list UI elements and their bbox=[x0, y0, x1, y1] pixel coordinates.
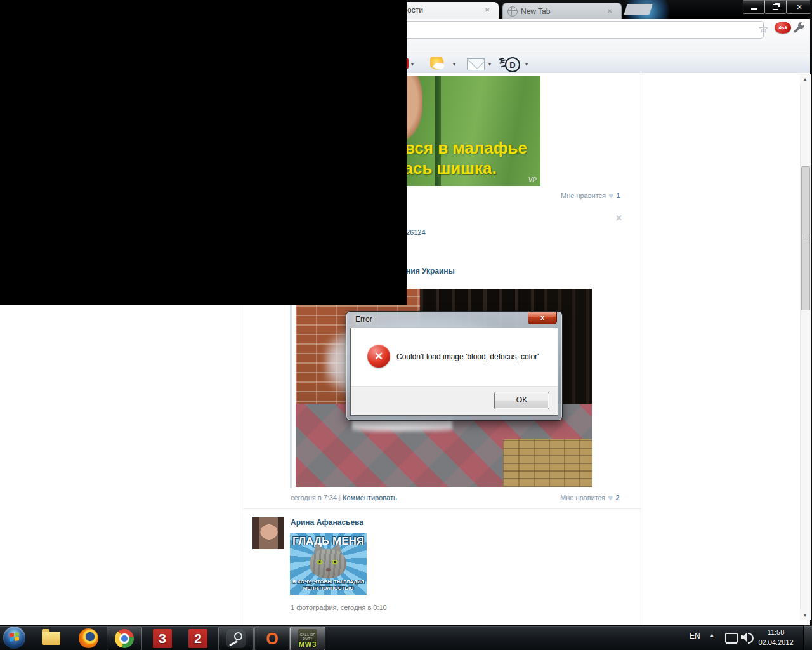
chevron-down-icon[interactable]: ▾ bbox=[453, 62, 455, 67]
black-censor-box bbox=[0, 0, 407, 305]
post-image-cat-meme[interactable]: ГЛАДЬ МЕНЯ Я ХОЧУ, ЧТОБЫ ТЫ ГЛАДИЛ МЕНЯ … bbox=[290, 533, 367, 595]
windows-flag-icon bbox=[10, 632, 19, 642]
close-button[interactable]: ✕ bbox=[786, 0, 812, 14]
error-dialog[interactable]: Error x ✕ Couldn't load image 'blood_def… bbox=[346, 311, 563, 421]
chrome-icon bbox=[115, 629, 134, 648]
meme-caption-line1: вся в малафье bbox=[405, 138, 540, 158]
tray-date: 02.04.2012 bbox=[752, 637, 799, 647]
heart-icon[interactable]: ♥ bbox=[608, 494, 613, 501]
explorer-icon bbox=[42, 632, 60, 645]
post-footer: сегодня в 7:34 | Комментировать bbox=[291, 494, 397, 501]
photo-meta: 1 фотография, сегодня в 0:10 bbox=[291, 604, 387, 611]
dialog-close-button[interactable]: x bbox=[528, 312, 557, 324]
taskbar-mw3-button[interactable]: CALL OF DUTY MW3 bbox=[290, 627, 325, 650]
cat-meme-caption-line1: Я ХОЧУ, ЧТОБЫ ТЫ ГЛАДИЛ bbox=[290, 579, 367, 585]
weather-cloud-icon bbox=[434, 63, 444, 69]
battlefield3-icon: 3 bbox=[153, 629, 172, 648]
hide-post-icon[interactable]: ✕ bbox=[615, 213, 622, 223]
chevron-down-icon[interactable]: ▾ bbox=[488, 62, 491, 67]
error-icon: ✕ bbox=[367, 345, 390, 368]
steam-icon bbox=[226, 629, 246, 648]
close-icon: ✕ bbox=[796, 3, 802, 11]
restore-icon bbox=[773, 4, 778, 10]
author-name-link[interactable]: Арина Афанасьева bbox=[291, 518, 363, 527]
tab-news-close-icon[interactable]: ✕ bbox=[485, 2, 490, 18]
firefox-icon bbox=[79, 628, 98, 648]
taskbar-game2-button[interactable]: 2 bbox=[188, 628, 208, 648]
network-icon[interactable] bbox=[725, 633, 738, 643]
globe-favicon-icon bbox=[508, 6, 518, 17]
minimize-button[interactable] bbox=[743, 0, 765, 14]
d-extension-icon[interactable]: D bbox=[505, 57, 520, 72]
chevron-down-icon[interactable]: ▾ bbox=[525, 62, 528, 67]
taskbar-origin-button[interactable]: O bbox=[254, 627, 290, 650]
post-date: сегодня в 7:34 bbox=[291, 494, 337, 501]
cat-nose bbox=[326, 568, 331, 571]
taskbar-battlefield3-button[interactable]: 3 bbox=[152, 628, 173, 648]
scroll-down-button[interactable]: ▼ bbox=[800, 611, 810, 620]
new-tab-button[interactable] bbox=[624, 4, 653, 15]
ask-label: Ask bbox=[778, 25, 788, 30]
restore-button[interactable] bbox=[764, 0, 787, 14]
comment-link[interactable]: Комментировать bbox=[343, 494, 397, 501]
cat-meme-title: ГЛАДЬ МЕНЯ bbox=[290, 535, 367, 548]
cat-eye bbox=[317, 560, 323, 564]
volume-cone bbox=[742, 632, 747, 642]
wrench-settings-icon[interactable] bbox=[792, 21, 805, 34]
like-row: Мне нравится ♥ 2 bbox=[560, 494, 620, 501]
meme-caption-line2: лась шишка. bbox=[393, 159, 540, 178]
scrollbar-track[interactable] bbox=[800, 74, 811, 620]
error-message: Couldn't load image 'blood_defocus_color… bbox=[396, 352, 539, 361]
taskbar-explorer-button[interactable] bbox=[41, 628, 61, 648]
d-letter: D bbox=[509, 60, 515, 70]
tab-news-title: ости bbox=[407, 2, 423, 18]
repost-bar bbox=[290, 289, 292, 488]
chevron-down-icon[interactable]: ▾ bbox=[411, 62, 414, 67]
like-count[interactable]: 2 bbox=[615, 494, 619, 501]
address-bar-input[interactable] bbox=[392, 21, 764, 39]
ok-button[interactable]: OK bbox=[494, 392, 549, 409]
ask-toolbar-icon[interactable]: Ask bbox=[775, 22, 791, 34]
flag-pane bbox=[10, 633, 14, 637]
cat-face bbox=[310, 549, 346, 578]
post-bold-link-fragment[interactable]: ния Украины bbox=[406, 267, 455, 275]
volume-icon[interactable] bbox=[741, 632, 754, 642]
tray-clock[interactable]: 11:58 02.04.2012 bbox=[752, 627, 799, 647]
language-indicator[interactable]: EN bbox=[690, 632, 700, 640]
like-label[interactable]: Мне нравится bbox=[560, 494, 605, 501]
cat-eye bbox=[332, 560, 338, 564]
meme-watermark: VP bbox=[528, 176, 537, 183]
mw3-top-text: CALL OF DUTY bbox=[298, 633, 317, 640]
taskbar-firefox-button[interactable] bbox=[78, 628, 98, 648]
scroll-up-button[interactable]: ▲ bbox=[800, 74, 810, 84]
tray-expand-icon[interactable]: ▴ bbox=[710, 632, 714, 638]
heart-icon[interactable]: ♥ bbox=[608, 192, 613, 199]
error-icon-glyph: ✕ bbox=[374, 350, 383, 363]
like-row: Мне нравится ♥ 1 bbox=[561, 192, 620, 199]
tab-new-tab-close-icon[interactable]: ✕ bbox=[607, 3, 612, 20]
content-right-border bbox=[641, 73, 641, 625]
mail-icon[interactable] bbox=[467, 58, 485, 70]
avatar[interactable] bbox=[252, 517, 284, 549]
dialog-title: Error bbox=[355, 315, 372, 324]
bookmark-star-icon[interactable]: ☆ bbox=[758, 22, 769, 36]
flag-pane bbox=[15, 637, 19, 641]
scrollbar-grip bbox=[803, 235, 808, 235]
tab-new-tab-title: New Tab bbox=[521, 3, 550, 20]
scrollbar-thumb[interactable] bbox=[801, 166, 810, 310]
taskbar-chrome-button[interactable] bbox=[107, 627, 142, 650]
photo-paving bbox=[503, 439, 592, 487]
like-count[interactable]: 1 bbox=[616, 192, 620, 199]
flag-pane bbox=[10, 637, 14, 642]
start-button[interactable] bbox=[3, 627, 25, 649]
dialog-body: ✕ Couldn't load image 'blood_defocus_col… bbox=[350, 328, 558, 416]
like-label[interactable]: Мне нравится bbox=[561, 192, 606, 199]
post-image-green-meme[interactable]: вся в малафье лась шишка. VP bbox=[391, 76, 540, 186]
post-link-fragment[interactable]: 26124 bbox=[406, 229, 426, 236]
flag-pane bbox=[15, 632, 19, 637]
mw3-icon: CALL OF DUTY MW3 bbox=[298, 629, 317, 648]
taskbar-steam-button[interactable] bbox=[218, 627, 254, 650]
tab-new-tab[interactable]: New Tab ✕ bbox=[502, 3, 622, 19]
separator: | bbox=[339, 494, 341, 501]
show-desktop-button[interactable] bbox=[803, 625, 812, 650]
